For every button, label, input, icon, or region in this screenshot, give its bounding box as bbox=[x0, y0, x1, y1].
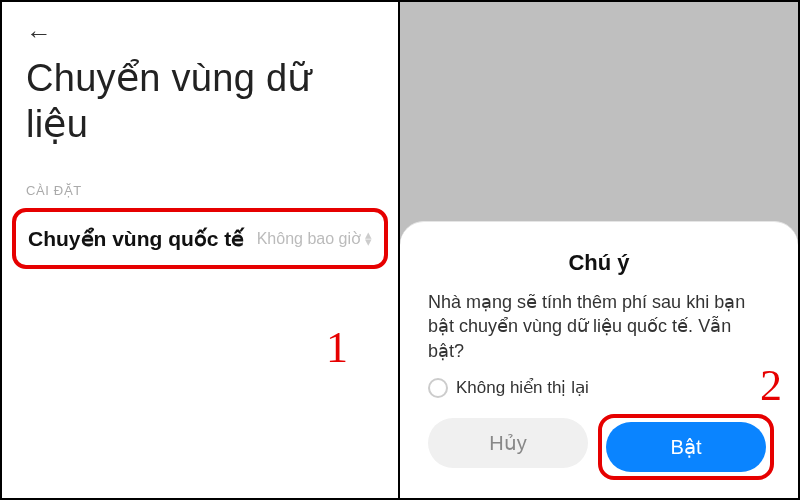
section-label: CÀI ĐẶT bbox=[2, 147, 398, 208]
settings-screen: ← Chuyển vùng dữ liệu CÀI ĐẶT Chuyển vùn… bbox=[2, 2, 400, 498]
page-title: Chuyển vùng dữ liệu bbox=[2, 56, 398, 147]
checkbox-label: Không hiển thị lại bbox=[456, 377, 589, 398]
dont-show-again-row[interactable]: Không hiển thị lại bbox=[428, 377, 770, 398]
dialog-screen: Chú ý Nhà mạng sẽ tính thêm phí sau khi … bbox=[400, 2, 798, 498]
step-marker-2: 2 bbox=[760, 360, 782, 411]
updown-icon: ▴▾ bbox=[365, 232, 372, 245]
cancel-button[interactable]: Hủy bbox=[428, 418, 588, 468]
step-marker-1: 1 bbox=[326, 322, 348, 373]
checkbox-icon[interactable] bbox=[428, 378, 448, 398]
international-roaming-row[interactable]: Chuyển vùng quốc tế Không bao giờ ▴▾ bbox=[12, 208, 388, 269]
row-value-text: Không bao giờ bbox=[257, 229, 361, 248]
confirm-highlight: Bật bbox=[598, 414, 774, 480]
confirm-button[interactable]: Bật bbox=[606, 422, 766, 472]
dialog-message: Nhà mạng sẽ tính thêm phí sau khi bạn bậ… bbox=[428, 290, 770, 363]
row-label: Chuyển vùng quốc tế bbox=[28, 226, 244, 251]
row-value: Không bao giờ ▴▾ bbox=[257, 229, 372, 248]
dialog-title: Chú ý bbox=[428, 250, 770, 276]
attention-dialog: Chú ý Nhà mạng sẽ tính thêm phí sau khi … bbox=[400, 221, 798, 498]
back-arrow-icon[interactable]: ← bbox=[2, 2, 398, 56]
dialog-buttons: Hủy Bật bbox=[428, 418, 770, 476]
